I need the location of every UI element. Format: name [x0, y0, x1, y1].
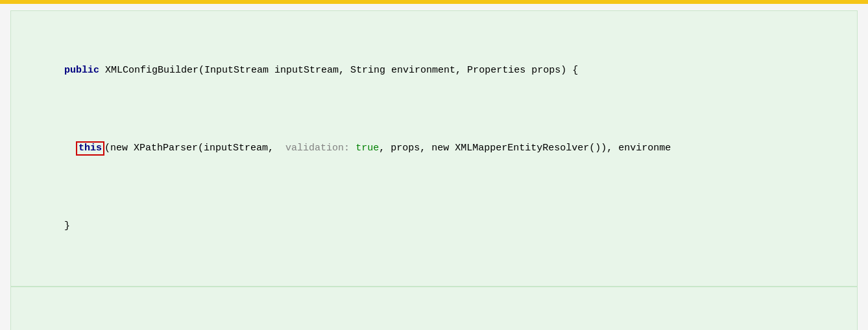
code-line-3: }: [18, 203, 850, 250]
bottom-code-block-wrapper: private XMLConfigBuilder(XPathParser par…: [5, 287, 863, 330]
true-keyword: true: [356, 143, 379, 154]
code-line-1: public XMLConfigBuilder(InputStream inpu…: [18, 47, 850, 94]
top-code-block: public XMLConfigBuilder(InputStream inpu…: [10, 10, 858, 287]
this-call-args: (new XPathParser(inputStream,: [104, 143, 285, 154]
keyword-public: public: [64, 65, 105, 76]
code-line-b1: private XMLConfigBuilder(XPathParser par…: [18, 324, 850, 330]
yellow-bar: [0, 0, 868, 4]
top-code-block-wrapper: public XMLConfigBuilder(InputStream inpu…: [5, 5, 863, 287]
closing-brace-top: }: [64, 220, 70, 231]
bottom-code-block: private XMLConfigBuilder(XPathParser par…: [10, 287, 858, 330]
page-container: public XMLConfigBuilder(InputStream inpu…: [0, 0, 868, 330]
this-keyword-highlighted: this: [76, 141, 104, 156]
rest-of-line: , props, new XMLMapperEntityResolver()),…: [379, 143, 671, 154]
validation-label: validation:: [285, 143, 350, 154]
code-line-2: this(new XPathParser(inputStream, valida…: [18, 125, 850, 172]
method-signature-top: XMLConfigBuilder(InputStream inputStream…: [105, 65, 578, 76]
